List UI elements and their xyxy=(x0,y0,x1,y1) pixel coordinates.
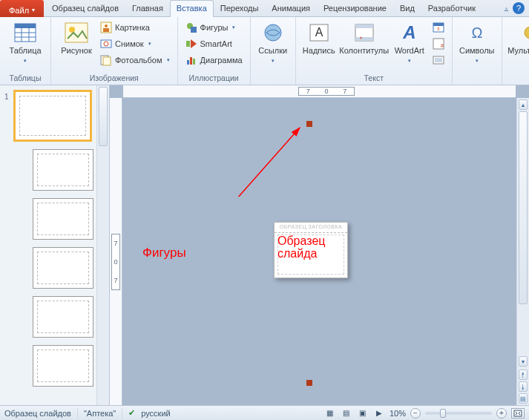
chart-icon xyxy=(185,54,197,66)
layout-thumbnail[interactable] xyxy=(33,345,93,387)
table-button-label: Таблица xyxy=(9,46,41,55)
screenshot-button[interactable]: Снимок ▾ xyxy=(97,36,173,52)
header-footer-icon: # xyxy=(352,21,376,45)
slideshow-view-button[interactable]: ▶ xyxy=(373,408,385,419)
slide-thumbnails-pane: 1 xyxy=(0,85,110,405)
svg-text:#: # xyxy=(441,43,444,48)
table-icon xyxy=(13,21,37,45)
picture-button[interactable]: Рисунок xyxy=(56,19,97,55)
sorter-view-button[interactable]: ▤ xyxy=(341,408,352,419)
layout-thumbnail[interactable] xyxy=(33,296,93,338)
status-bar: Образец слайдов "Аптека" ✔ русский ▦ ▤ ▣… xyxy=(0,405,529,420)
scroll-up-icon[interactable]: ▴ xyxy=(519,99,528,110)
normal-view-button[interactable]: ▦ xyxy=(324,408,336,419)
links-button[interactable]: Ссылки▾ xyxy=(255,19,291,65)
media-button[interactable]: Мультимедиа▾ xyxy=(507,19,529,65)
object-button[interactable] xyxy=(430,52,447,68)
shapes-label: Фигуры xyxy=(200,23,229,32)
tab-slide-master[interactable]: Образец слайдов xyxy=(45,0,125,17)
symbols-button[interactable]: Ω Символы▾ xyxy=(457,19,497,65)
layout-thumbnail[interactable] xyxy=(33,247,93,289)
photoalbum-label: Фотоальбом xyxy=(115,56,162,65)
chevron-down-icon: ▾ xyxy=(232,24,235,30)
status-language[interactable]: русский xyxy=(141,409,170,418)
screenshot-icon xyxy=(100,38,112,50)
clipart-icon xyxy=(100,22,112,33)
slide-canvas[interactable]: 7 0 7 7 0 7 Фигуры ОБРАЗЕЦ ЗАГОЛОВКА Обр… xyxy=(110,85,529,405)
shape-handle xyxy=(306,380,312,386)
hyperlink-icon xyxy=(261,21,285,45)
date-time-button[interactable]: 5 xyxy=(430,19,447,36)
annotation-block-header: ОБРАЗЕЦ ЗАГОЛОВКА xyxy=(275,223,347,233)
status-view-mode: Образец слайдов xyxy=(4,409,71,418)
textbox-label: Надпись xyxy=(303,46,335,55)
svg-text:Ω: Ω xyxy=(471,24,482,41)
fit-to-window-button[interactable] xyxy=(511,408,525,419)
group-media: Мультимедиа▾ xyxy=(502,17,529,85)
minimize-ribbon-icon[interactable]: ▵ xyxy=(505,4,508,16)
master-slide-thumbnail[interactable]: 1 xyxy=(4,90,106,142)
svg-text:A: A xyxy=(402,22,415,42)
chart-button[interactable]: Диаграмма xyxy=(183,52,246,68)
wordart-label: WordArt xyxy=(395,46,424,55)
tab-animation[interactable]: Анимация xyxy=(265,0,317,17)
smartart-button[interactable]: SmartArt xyxy=(183,36,246,52)
textbox-button[interactable]: A Надпись xyxy=(300,19,338,55)
scroll-down-icon[interactable]: ▾ xyxy=(519,356,528,367)
zoom-in-button[interactable]: + xyxy=(496,408,507,419)
date-icon: 5 xyxy=(433,22,444,33)
group-tables-label: Таблицы xyxy=(4,72,46,85)
status-theme: "Аптека" xyxy=(84,409,116,418)
file-tab[interactable]: Файл ▾ xyxy=(0,0,44,17)
tab-transitions[interactable]: Переходы xyxy=(214,0,266,17)
layout-thumbnail[interactable] xyxy=(33,149,93,191)
group-illustrations: Фигуры ▾ SmartArt Диаграмма Иллюстрации xyxy=(178,17,251,85)
picture-icon xyxy=(65,21,88,45)
spellcheck-icon[interactable]: ✔ xyxy=(128,408,135,418)
help-icon[interactable]: ? xyxy=(513,2,525,14)
photoalbum-icon xyxy=(100,54,112,66)
svg-rect-17 xyxy=(186,41,190,47)
svg-rect-10 xyxy=(103,28,109,32)
svg-text:#: # xyxy=(360,36,362,40)
svg-marker-18 xyxy=(191,39,197,48)
slide-number: 1 xyxy=(4,90,10,101)
tab-review[interactable]: Рецензирование xyxy=(317,0,393,17)
zoom-slider[interactable] xyxy=(425,412,492,415)
header-footer-button[interactable]: # Колонтитулы xyxy=(338,19,391,55)
group-symbols: Ω Символы▾ xyxy=(453,17,502,85)
picture-button-label: Рисунок xyxy=(61,46,92,55)
slide-number-button[interactable]: # xyxy=(430,36,447,52)
chevron-down-icon: ▾ xyxy=(32,7,35,13)
shapes-button[interactable]: Фигуры ▾ xyxy=(183,19,246,36)
reading-view-button[interactable]: ▣ xyxy=(357,408,369,419)
canvas-scrollbar[interactable]: ▴ ▾ ⭱ ⭳ ▤ xyxy=(516,98,529,405)
svg-rect-16 xyxy=(191,27,197,33)
chevron-down-icon: ▾ xyxy=(272,58,275,63)
table-button[interactable]: Таблица▾ xyxy=(4,19,46,65)
media-icon xyxy=(522,21,529,45)
next-slide-icon[interactable]: ⭳ xyxy=(519,381,528,392)
tab-home[interactable]: Главная xyxy=(125,0,170,17)
svg-point-7 xyxy=(69,27,75,33)
shape-handle xyxy=(306,121,312,127)
tab-insert[interactable]: Вставка xyxy=(170,0,214,17)
svg-rect-36 xyxy=(435,58,442,62)
zoom-out-button[interactable]: − xyxy=(410,408,421,419)
layout-thumbnail[interactable] xyxy=(33,198,93,240)
clipart-button[interactable]: Картинка xyxy=(97,19,173,36)
smartart-label: SmartArt xyxy=(200,39,232,48)
svg-rect-41 xyxy=(514,410,522,416)
tab-view[interactable]: Вид xyxy=(393,0,421,17)
slide-show-icon[interactable]: ▤ xyxy=(519,393,528,404)
header-footer-label: Колонтитулы xyxy=(339,46,389,55)
svg-point-9 xyxy=(105,24,108,27)
group-illustrations-label: Иллюстрации xyxy=(183,72,246,85)
thumbnails-scrollbar[interactable] xyxy=(96,85,109,405)
photoalbum-button[interactable]: Фотоальбом ▾ xyxy=(97,52,173,68)
prev-slide-icon[interactable]: ⭱ xyxy=(519,370,528,380)
group-images: Рисунок Картинка Снимок ▾ Фотоальбом ▾ xyxy=(51,17,178,85)
zoom-level[interactable]: 10% xyxy=(390,409,406,418)
tab-developer[interactable]: Разработчик xyxy=(421,0,482,17)
wordart-button[interactable]: A WordArt▾ xyxy=(391,19,428,65)
